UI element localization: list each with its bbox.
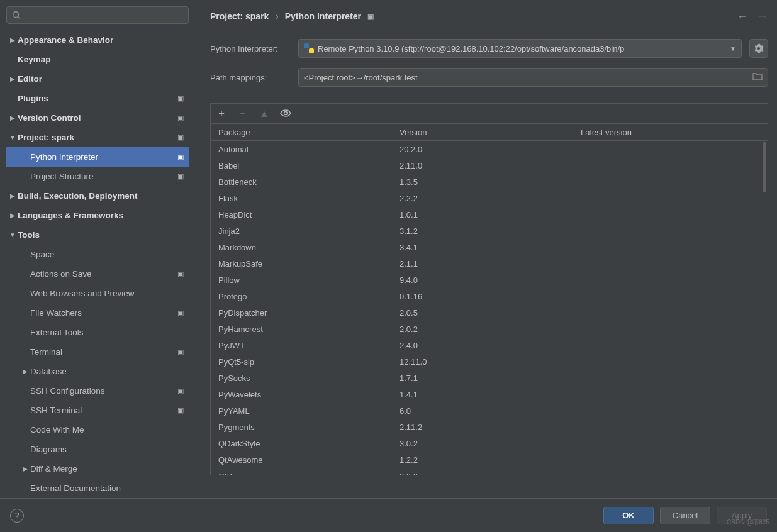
add-package-button[interactable]: ＋ (216, 107, 227, 120)
chevron-right-icon: ▶ (8, 192, 18, 199)
interpreter-settings-button[interactable] (749, 39, 768, 58)
package-version: 2.11.0 (392, 161, 573, 170)
table-row[interactable]: Bottleneck1.3.5 (211, 174, 768, 190)
package-table-body[interactable]: Automat20.2.0Babel2.11.0Bottleneck1.3.5F… (210, 141, 768, 475)
table-row[interactable]: PyJWT2.4.0 (211, 337, 768, 353)
project-level-badge-icon: ▣ (176, 406, 185, 414)
table-row[interactable]: PyQt5-sip12.11.0 (211, 353, 768, 370)
chevron-none-icon: ▶ (20, 407, 30, 414)
upgrade-package-button[interactable]: ▲ (259, 108, 270, 119)
project-level-badge-icon: ▣ (367, 13, 374, 21)
table-row[interactable]: QtPy2.2.0 (211, 468, 768, 475)
dialog-footer: ? OK Cancel Apply (0, 498, 777, 532)
sidebar-item-external-documentation[interactable]: ▶External Documentation (6, 479, 189, 492)
table-row[interactable]: Babel2.11.0 (211, 157, 768, 174)
sidebar-item-space[interactable]: ▶Space (6, 245, 189, 264)
sidebar-item-ssh-terminal[interactable]: ▶SSH Terminal▣ (6, 401, 189, 420)
sidebar-item-keymap[interactable]: ▶Keymap (6, 50, 189, 69)
sidebar-item-web-browsers-and-preview[interactable]: ▶Web Browsers and Preview (6, 284, 189, 303)
sidebar-item-editor[interactable]: ▶Editor (6, 69, 189, 89)
package-version: 2.4.0 (392, 341, 573, 350)
table-row[interactable]: QDarkStyle3.0.2 (211, 435, 768, 452)
table-row[interactable]: Automat20.2.0 (211, 141, 768, 157)
svg-point-3 (284, 111, 288, 114)
sidebar-item-actions-on-save[interactable]: ▶Actions on Save▣ (6, 264, 189, 284)
table-row[interactable]: Pillow9.4.0 (211, 272, 768, 288)
cancel-button[interactable]: Cancel (660, 507, 710, 524)
sidebar-item-project-spark[interactable]: ▼Project: spark▣ (6, 128, 189, 147)
package-version: 20.2.0 (392, 145, 573, 154)
chevron-right-icon: ▶ (8, 114, 18, 121)
column-latest[interactable]: Latest version (573, 128, 768, 137)
package-name: Pillow (211, 275, 392, 285)
search-box[interactable] (6, 6, 189, 24)
search-icon (12, 11, 21, 19)
table-row[interactable]: Pygments2.11.2 (211, 419, 768, 435)
package-name: Flask (211, 194, 392, 203)
interpreter-select[interactable]: Remote Python 3.10.9 (sftp://root@192.16… (298, 39, 742, 58)
sidebar-item-python-interpreter[interactable]: ▶Python Interpreter▣ (6, 147, 189, 167)
table-row[interactable]: PyYAML6.0 (211, 402, 768, 419)
package-name: Babel (211, 161, 392, 170)
ok-button[interactable]: OK (603, 507, 654, 524)
sidebar-item-label: Database (30, 367, 185, 376)
package-version: 1.2.2 (392, 455, 573, 465)
sidebar-item-code-with-me[interactable]: ▶Code With Me (6, 420, 189, 440)
sidebar-item-label: Python Interpreter (30, 152, 176, 162)
chevron-none-icon: ▶ (20, 426, 30, 433)
table-row[interactable]: PyWavelets1.4.1 (211, 386, 768, 402)
path-mappings-input[interactable]: <Project root>→/root/spark.test (298, 68, 768, 87)
sidebar-item-version-control[interactable]: ▶Version Control▣ (6, 108, 189, 128)
help-button[interactable]: ? (10, 509, 24, 523)
search-input[interactable] (25, 11, 183, 19)
sidebar-item-diff-merge[interactable]: ▶Diff & Merge (6, 459, 189, 479)
package-version: 1.7.1 (392, 374, 573, 383)
project-level-badge-icon: ▣ (176, 172, 185, 180)
sidebar-item-external-tools[interactable]: ▶External Tools (6, 323, 189, 342)
scrollbar-thumb[interactable] (763, 142, 766, 192)
table-row[interactable]: PySocks1.7.1 (211, 370, 768, 386)
table-row[interactable]: PyHamcrest2.0.2 (211, 321, 768, 337)
column-version[interactable]: Version (392, 128, 573, 137)
project-level-badge-icon: ▣ (176, 348, 185, 356)
sidebar-item-appearance-behavior[interactable]: ▶Appearance & Behavior (6, 30, 189, 50)
sidebar-item-plugins[interactable]: ▶Plugins▣ (6, 89, 189, 108)
package-version: 3.1.2 (392, 226, 573, 236)
table-row[interactable]: Jinja23.1.2 (211, 223, 768, 239)
table-row[interactable]: Protego0.1.16 (211, 288, 768, 304)
sidebar-item-diagrams[interactable]: ▶Diagrams (6, 440, 189, 459)
package-version: 2.2.2 (392, 194, 573, 203)
show-early-releases-button[interactable] (280, 108, 291, 119)
sidebar-item-database[interactable]: ▶Database (6, 362, 189, 381)
main-content: Project: spark › Python Interpreter ▣ ← … (200, 0, 777, 492)
sidebar-item-label: Project Structure (30, 172, 176, 181)
sidebar-item-label: Code With Me (30, 425, 185, 435)
python-icon (304, 43, 314, 53)
sidebar-item-label: Diff & Merge (30, 464, 185, 474)
table-row[interactable]: Markdown3.4.1 (211, 239, 768, 255)
table-row[interactable]: Flask2.2.2 (211, 190, 768, 206)
chevron-down-icon: ▼ (730, 45, 736, 52)
sidebar-item-file-watchers[interactable]: ▶File Watchers▣ (6, 303, 189, 323)
sidebar-item-label: Web Browsers and Preview (30, 289, 185, 298)
remove-package-button[interactable]: − (237, 108, 249, 119)
table-row[interactable]: PyDispatcher2.0.5 (211, 304, 768, 321)
sidebar-item-build-execution-deployment[interactable]: ▶Build, Execution, Deployment (6, 186, 189, 206)
table-row[interactable]: HeapDict1.0.1 (211, 206, 768, 223)
sidebar-item-tools[interactable]: ▼Tools (6, 225, 189, 245)
sidebar-item-label: Editor (18, 74, 185, 84)
chevron-none-icon: ▶ (20, 309, 30, 316)
project-level-badge-icon: ▣ (176, 94, 185, 103)
column-package[interactable]: Package (211, 128, 392, 137)
table-row[interactable]: MarkupSafe2.1.1 (211, 255, 768, 272)
package-version: 1.0.1 (392, 210, 573, 219)
table-row[interactable]: QtAwesome1.2.2 (211, 452, 768, 468)
sidebar-item-terminal[interactable]: ▶Terminal▣ (6, 342, 189, 362)
sidebar-item-ssh-configurations[interactable]: ▶SSH Configurations▣ (6, 381, 189, 401)
sidebar-item-label: Terminal (30, 347, 176, 357)
folder-icon[interactable] (752, 72, 763, 83)
sidebar-item-project-structure[interactable]: ▶Project Structure▣ (6, 167, 189, 186)
sidebar-item-label: Tools (18, 230, 185, 240)
nav-back-button[interactable]: ← (737, 10, 748, 23)
sidebar-item-languages-frameworks[interactable]: ▶Languages & Frameworks (6, 206, 189, 225)
